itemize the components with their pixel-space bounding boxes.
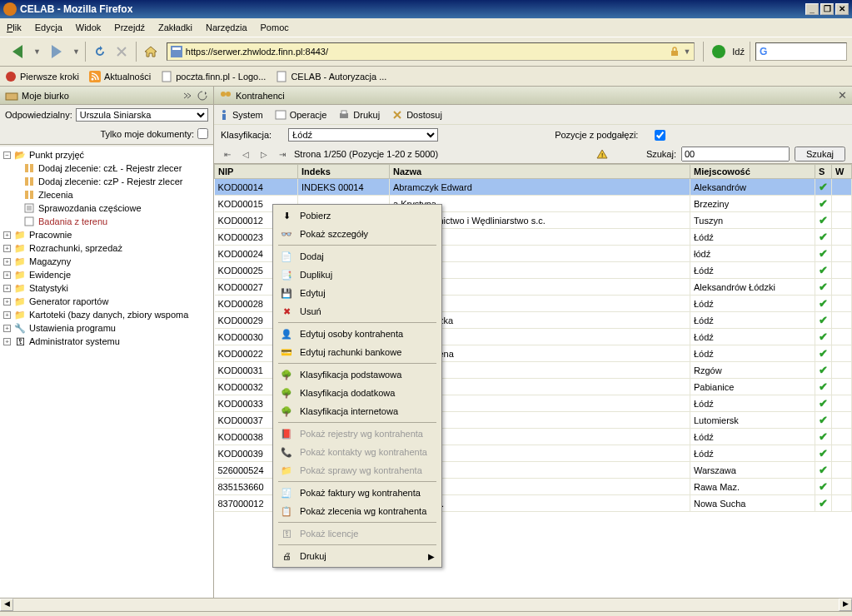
ctx-faktury[interactable]: 🧾Pokaż faktury wg kontrahenta [275, 484, 440, 502]
tool-dostosuj[interactable]: Dostosuj [391, 109, 442, 121]
ctx-kpod[interactable]: 🌳Klasyfikacja podstawowa [275, 365, 440, 384]
url-bar[interactable]: ▼ [167, 42, 695, 61]
url-input[interactable] [186, 47, 670, 57]
tree-node-punkt[interactable]: −📂Punkt przyjęć [0, 148, 213, 161]
scroll-track[interactable] [13, 599, 839, 611]
tree-node-pracownie[interactable]: +📁Pracownie [0, 228, 213, 241]
horizontal-scrollbar[interactable]: ◀ ▶ [0, 598, 852, 611]
page-last-button[interactable]: ⇥ [276, 147, 289, 161]
page-next-button[interactable]: ▷ [257, 147, 271, 161]
col-w[interactable]: W [832, 165, 852, 179]
ctx-dodaj[interactable]: 📄Dodaj [275, 247, 440, 266]
tree-node-ustawienia[interactable]: +🔧Ustawienia programu [0, 321, 213, 335]
tool-drukuj[interactable]: Drukuj [338, 109, 380, 121]
only-mine-checkbox[interactable] [197, 128, 208, 139]
left-panel-header: Moje biurko [0, 87, 213, 105]
table-row[interactable]: KOD00014INDEKS 00014Abramczyk EdwardAlek… [215, 179, 852, 196]
scroll-right-button[interactable]: ▶ [839, 599, 852, 611]
go-button[interactable] [712, 45, 725, 58]
tree-node-sprawozdania[interactable]: Sprawozdania częściowe [0, 201, 213, 215]
expand-icon[interactable]: + [3, 258, 11, 266]
data-grid[interactable]: NIP Indeks Nazwa Miejscowość S W KOD0001… [214, 164, 852, 598]
ctx-sprawy: 📁Pokaż sprawy wg kontrahenta [275, 461, 440, 479]
menu-view[interactable]: Widok [76, 22, 102, 32]
tool-operacje[interactable]: Operacje [275, 109, 327, 121]
menu-edit[interactable]: Edycja [35, 22, 62, 32]
page-first-button[interactable]: ⇤ [221, 147, 234, 161]
col-nip[interactable]: NIP [215, 165, 298, 179]
responsible-select[interactable]: Urszula Siniarska [76, 108, 208, 122]
tree-node-magazyny[interactable]: +📁Magazyny [0, 255, 213, 268]
reload-button[interactable] [91, 42, 109, 61]
expand-icon[interactable]: + [3, 285, 11, 292]
tree-node-kartoteki[interactable]: +📁Kartoteki (bazy danych, zbiory wspoma [0, 308, 213, 321]
search-button[interactable]: Szukaj [795, 147, 845, 161]
restore-button[interactable]: ❐ [820, 3, 834, 15]
classification-select[interactable]: Łódź [288, 128, 438, 142]
tree-node-generator[interactable]: +📁Generator raportów [0, 295, 213, 308]
cell-w [832, 412, 852, 429]
ctx-kint[interactable]: 🌳Klasyfikacja internetowa [275, 402, 440, 420]
col-indeks[interactable]: Indeks [298, 165, 390, 179]
search-input[interactable] [681, 147, 790, 161]
ctx-usun[interactable]: ✖Usuń [275, 302, 440, 320]
ctx-szczegoly[interactable]: 👓Pokaż szczegóły [275, 225, 440, 243]
window-titlebar: CELAB - Mozilla Firefox _ ❐ ✕ [0, 0, 852, 18]
bookmark-celab[interactable]: CELAB - Autoryzacja ... [276, 71, 386, 82]
stop-button[interactable] [112, 42, 131, 61]
bookmark-poczta[interactable]: poczta.finn.pl - Logo... [161, 71, 266, 82]
ctx-zlecenia[interactable]: 📋Pokaż zlecenia wg kontrahenta [275, 502, 440, 520]
ctx-osoby[interactable]: 👤Edytuj osoby kontrahenta [275, 325, 440, 343]
back-button[interactable] [5, 40, 30, 63]
expand-icon[interactable]: + [3, 311, 11, 319]
search-box[interactable]: G [755, 42, 847, 61]
menu-tools[interactable]: Narzędzia [206, 22, 247, 32]
subtree-checkbox[interactable] [655, 130, 665, 141]
cell-w [832, 196, 852, 212]
tree-node-zlecenia[interactable]: Zlecenia [0, 188, 213, 201]
bookmark-aktualnosci[interactable]: Aktualności [89, 71, 151, 82]
menu-bookmarks[interactable]: Zakładki [158, 22, 192, 32]
collapse-icon[interactable]: − [3, 152, 11, 159]
menu-go[interactable]: Przejdź [114, 22, 145, 32]
expand-icon[interactable]: + [3, 325, 11, 332]
expand-icon[interactable]: + [3, 271, 11, 279]
search-input[interactable] [770, 47, 843, 57]
tree-node-badania[interactable]: Badania z terenu [0, 215, 213, 228]
tree-node-statystyki[interactable]: +📁Statystyki [0, 281, 213, 295]
refresh-icon[interactable] [197, 90, 208, 102]
ctx-drukuj[interactable]: 🖨Drukuj▶ [275, 547, 440, 565]
ctx-duplikuj[interactable]: 📑Duplikuj [275, 266, 440, 284]
panel-close-button[interactable]: ✕ [838, 89, 847, 102]
tree-node-ewidencje[interactable]: +📁Ewidencje [0, 268, 213, 281]
col-s[interactable]: S [815, 165, 832, 179]
ctx-kdod[interactable]: 🌳Klasyfikacja dodatkowa [275, 384, 440, 402]
bookmark-pierwsze[interactable]: Pierwsze kroki [5, 71, 79, 82]
tree-node-dodaj-czl[interactable]: Dodaj zlecenie: czŁ - Rejestr zlecer [0, 161, 213, 175]
collapse-icon[interactable] [182, 90, 193, 102]
expand-icon[interactable]: + [3, 338, 11, 345]
col-nazwa[interactable]: Nazwa [390, 165, 690, 179]
back-dropdown-icon[interactable]: ▼ [33, 47, 41, 56]
ctx-edytuj[interactable]: 💾Edytuj [275, 284, 440, 302]
tree-node-rozrachunki[interactable]: +📁Rozrachunki, sprzedaż [0, 241, 213, 255]
tree-node-admin[interactable]: +⚿Administrator systemu [0, 335, 213, 348]
url-dropdown-icon[interactable]: ▼ [683, 47, 690, 56]
ctx-rachunki[interactable]: 💳Edytuj rachunki bankowe [275, 343, 440, 361]
expand-icon[interactable]: + [3, 245, 11, 252]
tree-node-dodaj-czp[interactable]: Dodaj zlecenie: czP - Rejestr zlecer [0, 175, 213, 188]
forward-button[interactable] [44, 40, 69, 63]
home-button[interactable] [142, 42, 160, 61]
menu-file[interactable]: Plik [7, 22, 22, 32]
forward-dropdown-icon[interactable]: ▼ [72, 47, 80, 56]
page-prev-button[interactable]: ◁ [239, 147, 252, 161]
col-miejsc[interactable]: Miejscowość [690, 165, 815, 179]
expand-icon[interactable]: + [3, 231, 11, 239]
close-button[interactable]: ✕ [835, 3, 849, 15]
tool-system[interactable]: System [219, 109, 263, 121]
menu-help[interactable]: Pomoc [261, 22, 289, 32]
ctx-pobierz[interactable]: ⬇Pobierz [275, 206, 440, 225]
expand-icon[interactable]: + [3, 298, 11, 306]
minimize-button[interactable]: _ [805, 3, 819, 15]
scroll-left-button[interactable]: ◀ [0, 599, 13, 611]
